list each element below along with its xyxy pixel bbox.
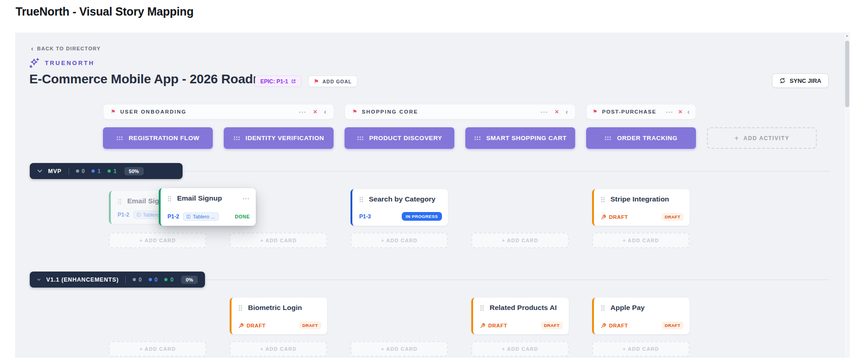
drag-handle-icon[interactable] bbox=[238, 305, 243, 311]
divider bbox=[69, 168, 69, 175]
activity-card-registration-flow[interactable]: REGISTRATION FLOW bbox=[103, 127, 213, 149]
progress-badge: 50% bbox=[124, 167, 144, 175]
goal-menu-button[interactable]: ··· bbox=[666, 109, 674, 115]
add-activity-button[interactable]: + ADD ACTIVITY bbox=[707, 127, 817, 149]
add-card-button[interactable]: + ADD CARD bbox=[350, 341, 448, 357]
rocket-icon bbox=[238, 323, 244, 328]
board-icon bbox=[187, 215, 190, 218]
vertical-scrollbar[interactable]: ▲ bbox=[844, 33, 850, 358]
card-menu-button[interactable]: ··· bbox=[243, 195, 250, 202]
drag-handle-icon[interactable] bbox=[480, 305, 484, 311]
jira-link-badge[interactable]: Tablero ... bbox=[183, 212, 218, 221]
green-dot-icon bbox=[108, 169, 111, 173]
card-title: Apple Pay bbox=[610, 304, 645, 312]
add-goal-button[interactable]: ⚑ ADD GOAL bbox=[308, 76, 357, 87]
scrollbar-thumb[interactable] bbox=[845, 41, 849, 107]
activity-card-smart-shopping-cart[interactable]: SMART SHOPPING CART bbox=[465, 127, 575, 149]
goal-delete-button[interactable]: × bbox=[313, 109, 318, 115]
activity-label: REGISTRATION FLOW bbox=[129, 135, 199, 141]
brand: TRUENORTH bbox=[29, 57, 95, 69]
drag-handle-icon[interactable] bbox=[604, 136, 611, 140]
activity-card-order-tracking[interactable]: ORDER TRACKING bbox=[586, 127, 696, 149]
sparkle-logo-icon bbox=[29, 57, 40, 69]
card-id: P1-2 bbox=[118, 212, 129, 218]
count-gray: 0 bbox=[76, 168, 85, 174]
chevron-down-icon[interactable] bbox=[37, 169, 43, 173]
story-card-search-by-category[interactable]: Search by Category P1-3 IN PROGRESS bbox=[350, 189, 448, 226]
release-bar-mvp[interactable]: MVP 0 1 1 50% bbox=[30, 163, 183, 179]
add-card-button[interactable]: + ADD CARD bbox=[230, 233, 327, 248]
epic-badge[interactable]: EPIC: P1-1 bbox=[255, 76, 302, 87]
board-icon bbox=[137, 213, 140, 217]
story-card-apple-pay[interactable]: Apple Pay DRAFT DRAFT bbox=[592, 298, 690, 334]
count-gray: 0 bbox=[133, 277, 142, 283]
goal-menu-button[interactable]: ··· bbox=[299, 109, 307, 115]
draft-stage: DRAFT bbox=[601, 214, 628, 220]
status-label: DONE bbox=[235, 214, 250, 219]
story-card-email-signup-dragging[interactable]: Email Signup ··· P1-2 Tablero ... DONE bbox=[159, 188, 256, 226]
count-blue: 0 bbox=[149, 277, 158, 283]
card-title: Biometric Login bbox=[248, 304, 302, 312]
goal-menu-button[interactable]: ··· bbox=[541, 109, 548, 115]
flag-icon: ⚑ bbox=[111, 109, 116, 114]
drag-handle-icon[interactable] bbox=[601, 196, 605, 202]
back-label: BACK TO DIRECTORY bbox=[37, 46, 101, 51]
activity-card-product-discovery[interactable]: PRODUCT DISCOVERY bbox=[345, 127, 454, 149]
external-link-icon bbox=[291, 79, 296, 84]
goal-header-post-purchase: ⚑ POST-PURCHASE ··· × ‹ bbox=[586, 104, 696, 120]
brand-name: TRUENORTH bbox=[45, 60, 95, 66]
activity-label: IDENTITY VERIFICATION bbox=[246, 135, 324, 141]
status-badge: DRAFT bbox=[662, 321, 684, 329]
goal-delete-button[interactable]: × bbox=[555, 109, 559, 115]
add-card-button[interactable]: + ADD CARD bbox=[109, 233, 206, 248]
goal-header-shopping-core: ⚑ SHOPPING CORE ··· × ‹ bbox=[345, 104, 576, 120]
add-card-button[interactable]: + ADD CARD bbox=[592, 341, 690, 357]
status-badge: DRAFT bbox=[662, 213, 684, 221]
story-map-panel: ‹ BACK TO DIRECTORY TRUENORTH E-Commerce… bbox=[15, 33, 850, 358]
release-bar-v1-1[interactable]: V1.1 (ENHANCEMENTS) 0 0 0 0% bbox=[30, 272, 205, 288]
drag-handle-icon[interactable] bbox=[357, 136, 363, 140]
goal-collapse-button[interactable]: ‹ bbox=[687, 109, 690, 115]
goal-delete-button[interactable]: × bbox=[679, 109, 683, 115]
activity-card-identity-verification[interactable]: IDENTITY VERIFICATION bbox=[224, 127, 334, 149]
flag-icon: ⚑ bbox=[593, 109, 598, 114]
add-card-button[interactable]: + ADD CARD bbox=[471, 233, 569, 248]
add-card-button[interactable]: + ADD CARD bbox=[471, 341, 569, 357]
page-title: TrueNorth - Visual Story Mapping bbox=[16, 5, 194, 18]
drag-handle-icon[interactable] bbox=[474, 136, 480, 140]
back-chevron-icon: ‹ bbox=[31, 46, 34, 51]
status-badge: DRAFT bbox=[541, 321, 563, 329]
gray-dot-icon bbox=[76, 169, 79, 173]
activity-label: PRODUCT DISCOVERY bbox=[369, 135, 442, 141]
drag-handle-icon[interactable] bbox=[359, 196, 363, 202]
story-card-stripe-integration[interactable]: Stripe Integration DRAFT DRAFT bbox=[592, 189, 690, 226]
drag-handle-icon[interactable] bbox=[116, 136, 123, 140]
flag-icon: ⚑ bbox=[314, 79, 319, 84]
board-title: E-Commerce Mobile App - 2026 Roadmap bbox=[29, 72, 279, 87]
sync-jira-button[interactable]: SYNC JIRA bbox=[772, 73, 829, 88]
progress-badge: 0% bbox=[181, 276, 198, 284]
card-title: Search by Category bbox=[369, 195, 436, 203]
drag-handle-icon[interactable] bbox=[167, 196, 172, 201]
add-card-button[interactable]: + ADD CARD bbox=[350, 233, 448, 248]
goal-header-user-onboarding: ⚑ USER ONBOARDING ··· × ‹ bbox=[103, 104, 334, 120]
goal-label: SHOPPING CORE bbox=[362, 109, 418, 114]
drag-handle-icon[interactable] bbox=[601, 305, 605, 311]
drag-handle-icon[interactable] bbox=[233, 136, 240, 140]
add-card-button[interactable]: + ADD CARD bbox=[109, 341, 206, 357]
add-card-button[interactable]: + ADD CARD bbox=[592, 233, 690, 248]
green-dot-icon bbox=[164, 278, 167, 281]
chevron-down-icon[interactable] bbox=[37, 278, 41, 282]
goal-collapse-button[interactable]: ‹ bbox=[566, 109, 568, 115]
add-card-button[interactable]: + ADD CARD bbox=[230, 341, 327, 357]
status-badge: DRAFT bbox=[299, 321, 321, 329]
goal-collapse-button[interactable]: ‹ bbox=[324, 109, 326, 115]
draft-stage: DRAFT bbox=[480, 323, 507, 328]
back-to-directory-link[interactable]: ‹ BACK TO DIRECTORY bbox=[31, 46, 101, 51]
story-card-related-products-ai[interactable]: Related Products AI DRAFT DRAFT bbox=[471, 298, 569, 334]
count-green: 0 bbox=[164, 277, 173, 283]
scroll-up-arrow-icon[interactable]: ▲ bbox=[844, 34, 850, 37]
blue-dot-icon bbox=[92, 169, 95, 173]
story-card-biometric-login[interactable]: Biometric Login DRAFT DRAFT bbox=[230, 298, 327, 334]
count-green: 1 bbox=[108, 168, 117, 174]
